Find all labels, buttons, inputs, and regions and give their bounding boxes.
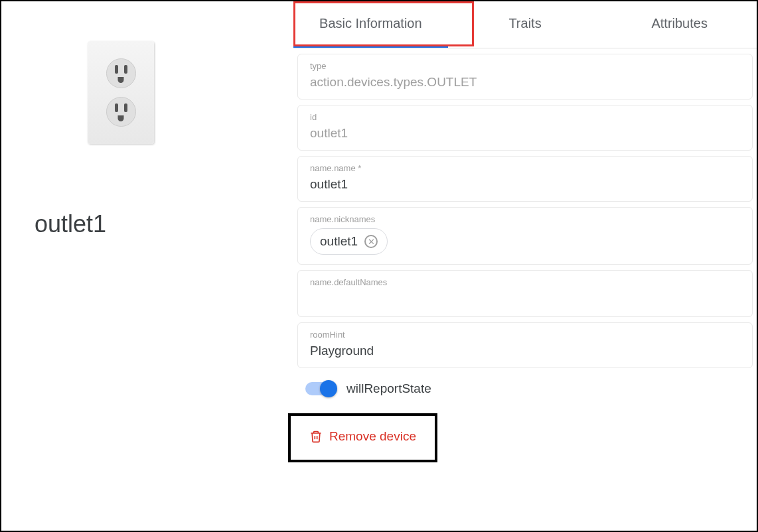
field-label: name.name * xyxy=(310,163,740,173)
toggle-willreportstate[interactable] xyxy=(305,382,336,395)
field-label: roomHint xyxy=(310,330,740,340)
remove-device-label: Remove device xyxy=(329,429,416,444)
toggle-knob xyxy=(320,380,337,397)
field-name-name[interactable]: name.name * xyxy=(297,156,753,202)
roomhint-input[interactable] xyxy=(310,344,740,358)
device-image-outlet xyxy=(88,41,154,144)
field-roomhint[interactable]: roomHint xyxy=(297,322,753,368)
annotation-highlight-remove: Remove device xyxy=(288,413,437,462)
tab-traits[interactable]: Traits xyxy=(448,1,603,48)
outlet-socket-icon xyxy=(106,58,136,88)
field-name-nicknames[interactable]: name.nicknames outlet1 ✕ xyxy=(297,207,753,265)
tabs-bar: Basic Information Traits Attributes xyxy=(293,1,757,48)
nickname-chip[interactable]: outlet1 ✕ xyxy=(310,228,388,255)
device-title: outlet1 xyxy=(35,210,106,238)
field-label: id xyxy=(310,112,740,122)
trash-icon xyxy=(309,429,323,444)
field-name-defaultnames[interactable]: name.defaultNames xyxy=(297,270,753,317)
remove-device-button[interactable]: Remove device xyxy=(309,429,416,444)
device-preview-panel: outlet1 xyxy=(1,1,293,531)
outlet-socket-icon xyxy=(106,97,136,127)
nickname-chip-label: outlet1 xyxy=(320,234,358,249)
field-value-id: outlet1 xyxy=(310,126,740,141)
field-label: name.nicknames xyxy=(310,214,740,224)
field-value-defaultnames xyxy=(310,291,740,307)
field-value-type: action.devices.types.OUTLET xyxy=(310,75,740,90)
device-form-panel: Basic Information Traits Attributes type… xyxy=(293,1,757,531)
field-label: name.defaultNames xyxy=(310,277,740,287)
name-name-input[interactable] xyxy=(310,177,740,192)
toggle-willreportstate-row: willReportState xyxy=(305,381,745,396)
field-type[interactable]: type action.devices.types.OUTLET xyxy=(297,54,753,100)
field-id[interactable]: id outlet1 xyxy=(297,105,753,151)
form-basic-information: type action.devices.types.OUTLET id outl… xyxy=(293,48,757,462)
tab-attributes[interactable]: Attributes xyxy=(602,1,757,48)
toggle-label: willReportState xyxy=(346,381,431,396)
chip-remove-icon[interactable]: ✕ xyxy=(364,235,378,248)
field-label: type xyxy=(310,61,740,71)
tab-basic-information[interactable]: Basic Information xyxy=(293,1,448,48)
